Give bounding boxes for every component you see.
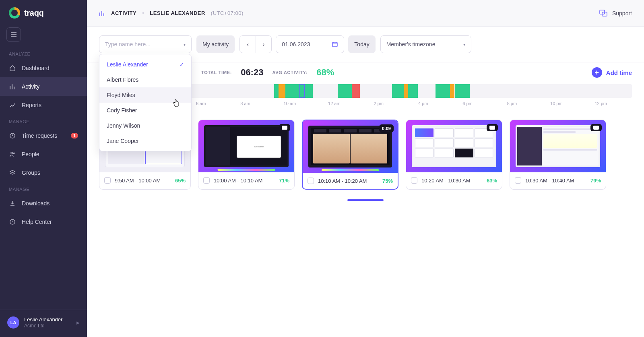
thumbnail [406, 120, 502, 172]
activity-pct: 65% [175, 178, 186, 184]
tick: 10 pm [550, 101, 563, 106]
sidebar: traqq ANALYZE Dashboard Activity Reports… [0, 0, 87, 337]
sidebar-item-label: Reports [22, 102, 41, 108]
sidebar-item-label: Dashboard [22, 65, 50, 71]
sidebar-item-label: Activity [22, 83, 39, 90]
timezone-select[interactable]: Member's timezone ▾ [380, 35, 471, 53]
add-time-button[interactable]: + Add time [592, 67, 632, 78]
tick: 2 pm [374, 101, 383, 106]
prev-day-button[interactable]: ‹ [240, 36, 256, 53]
sidebar-item-downloads[interactable]: Downloads [0, 194, 87, 213]
time-range: 10:20 AM - 10:30 AM [421, 178, 470, 184]
timeline-segment [305, 84, 313, 98]
chevron-right-icon: ▶ [76, 320, 80, 325]
dropdown-item[interactable]: Cody Fisher [99, 103, 191, 118]
dropdown-item-label: Jane Cooper [107, 138, 139, 144]
logo-icon [9, 7, 20, 19]
tick: 8 am [240, 101, 250, 106]
tick: 12 pm [594, 101, 607, 106]
scroll-indicator[interactable] [347, 199, 384, 201]
timezone-value: Member's timezone [386, 41, 436, 48]
today-button[interactable]: Today [348, 35, 375, 53]
tick: 8 pm [507, 101, 517, 106]
dropdown-item[interactable]: Jane Cooper [99, 133, 191, 149]
svg-rect-6 [332, 42, 337, 47]
sidebar-item-label: Time requests [22, 132, 57, 139]
timeline-segment [392, 84, 404, 98]
sidebar-item-reports[interactable]: Reports [0, 96, 87, 114]
sidebar-item-label: Help Center [22, 219, 52, 225]
support-icon[interactable] [599, 10, 607, 17]
screenshot-card[interactable]: 10:20 AM - 10:30 AM 63% [406, 120, 502, 190]
screenshot-card[interactable]: 10:30 AM - 10:40 AM 79% [510, 120, 606, 190]
my-activity-button[interactable]: My activity [196, 35, 235, 53]
member-combo[interactable]: ▾ [99, 35, 192, 53]
timeline-ticks: 6 am 8 am 10 am 12 am 2 pm 4 pm 6 pm 8 p… [188, 101, 632, 108]
tick: 4 pm [418, 101, 428, 106]
support-link[interactable]: Support [612, 10, 632, 17]
checkbox[interactable] [203, 177, 210, 184]
check-icon: ✓ [180, 62, 184, 68]
video-badge [279, 124, 290, 131]
plus-icon: + [592, 67, 602, 78]
dropdown-item-label: Leslie Alexander [107, 61, 148, 68]
brand-name: traqq [24, 8, 44, 18]
member-input[interactable] [105, 41, 184, 48]
checkbox[interactable] [411, 177, 417, 184]
total-time-value: 06:23 [241, 67, 263, 78]
filters-row: ▾ My activity ‹ › 01.06.2023 Today Membe… [87, 27, 644, 62]
next-day-button[interactable]: › [256, 36, 272, 53]
people-icon [9, 151, 16, 158]
svg-point-2 [13, 153, 14, 154]
sidebar-item-groups[interactable]: Groups [0, 163, 87, 182]
user-card[interactable]: LA Leslie Alexander Acme Ltd ▶ [0, 310, 87, 337]
crumb-sep: • [142, 10, 144, 16]
dropdown-item[interactable]: Jenny Wilson [99, 118, 191, 133]
user-name: Leslie Alexander [24, 316, 72, 323]
time-range: 9:50 AM - 10:00 AM [115, 178, 161, 184]
sidebar-item-dashboard[interactable]: Dashboard [0, 59, 87, 77]
checkbox[interactable] [515, 177, 521, 184]
time-range: 10:30 AM - 10:40 AM [525, 178, 574, 184]
timeline-segment [338, 84, 352, 98]
thumbnail-overlay: Welcome [237, 136, 281, 158]
activity-pct: 63% [487, 178, 497, 184]
layers-icon [9, 169, 16, 176]
sidebar-item-activity[interactable]: Activity [0, 77, 87, 96]
chevron-down-icon: ▾ [184, 42, 186, 47]
sidebar-item-time-requests[interactable]: Time requests 1 [0, 126, 87, 145]
timeline-segment [285, 84, 301, 98]
checkbox[interactable] [308, 178, 314, 184]
dropdown-item[interactable]: Leslie Alexander ✓ [99, 57, 191, 72]
avg-activity-label: AVG ACTIVITY: [272, 70, 308, 75]
dropdown-item-label: Cody Fisher [107, 107, 137, 114]
dropdown-item-label: Albert Flores [107, 76, 138, 83]
dropdown-item[interactable]: Floyd Miles [99, 87, 191, 103]
checkbox[interactable] [104, 177, 111, 184]
user-org: Acme Ltd [24, 323, 72, 329]
dropdown-item[interactable]: Albert Flores [99, 72, 191, 87]
timeline-track[interactable] [188, 84, 632, 98]
avg-activity-value: 68% [316, 67, 334, 78]
chart-icon [9, 101, 16, 109]
total-time-label: TOTAL TIME: [201, 70, 232, 75]
timeline-segment [404, 84, 408, 98]
time-range: 10:10 AM - 10:20 AM [318, 178, 367, 184]
activity-pct: 75% [382, 178, 393, 184]
screenshot-card[interactable]: 0:09 10:10 AM - 10:20 AM 75% [302, 120, 398, 190]
sidebar-item-help-center[interactable]: Help Center [0, 213, 87, 231]
home-icon [9, 64, 16, 72]
menu-toggle-button[interactable] [6, 27, 21, 42]
screenshot-card[interactable]: Welcome 10:00 AM - 10:10 AM 71% [198, 120, 295, 190]
hamburger-icon [11, 32, 17, 37]
user-meta: Leslie Alexander Acme Ltd [24, 316, 72, 329]
brand: traqq [0, 0, 87, 25]
timeline-segment [408, 84, 418, 98]
tick: 12 am [328, 101, 341, 106]
date-field[interactable]: 01.06.2023 [276, 35, 344, 53]
download-icon [9, 200, 16, 207]
section-label-manage: MANAGE [0, 114, 87, 126]
date-pager: ‹ › [239, 35, 272, 53]
sidebar-item-people[interactable]: People [0, 145, 87, 163]
chevron-down-icon: ▾ [463, 42, 465, 47]
